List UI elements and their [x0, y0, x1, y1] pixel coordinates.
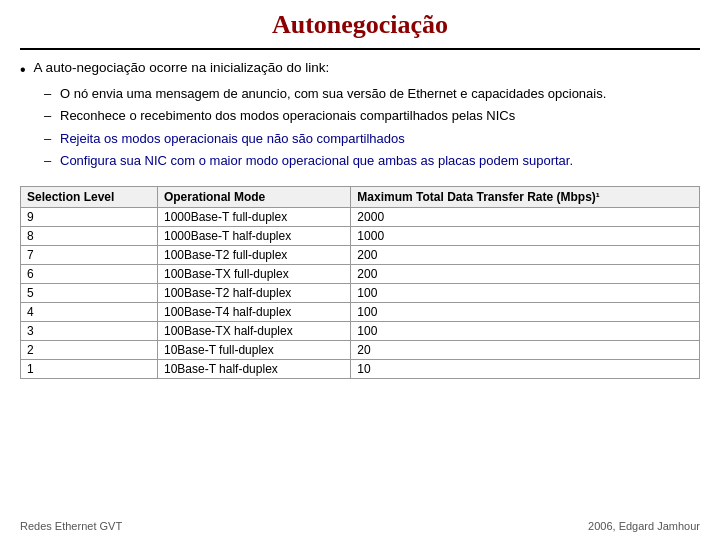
table-cell-7-1: 10Base-T full-duplex — [157, 340, 350, 359]
main-bullet: • A auto-negociação ocorre na inicializa… — [20, 60, 700, 79]
table-cell-6-1: 100Base-TX half-duplex — [157, 321, 350, 340]
sub-bullets: – O nó envia uma mensagem de anuncio, co… — [44, 85, 700, 170]
sub-bullet-1: – O nó envia uma mensagem de anuncio, co… — [44, 85, 700, 103]
divider — [20, 48, 700, 50]
table-cell-4-2: 100 — [351, 283, 700, 302]
table-row: 210Base-T full-duplex20 — [21, 340, 700, 359]
footer-right: 2006, Edgard Jamhour — [588, 520, 700, 532]
footer: Redes Ethernet GVT 2006, Edgard Jamhour — [20, 516, 700, 532]
table-cell-6-0: 3 — [21, 321, 158, 340]
col-header-selection: Selection Level — [21, 186, 158, 207]
table-row: 110Base-T half-duplex10 — [21, 359, 700, 378]
table-cell-7-2: 20 — [351, 340, 700, 359]
table-cell-5-1: 100Base-T4 half-duplex — [157, 302, 350, 321]
dash-4: – — [44, 152, 54, 170]
table-row: 81000Base-T half-duplex1000 — [21, 226, 700, 245]
table-row: 91000Base-T full-duplex2000 — [21, 207, 700, 226]
table-cell-5-2: 100 — [351, 302, 700, 321]
bullet-section: • A auto-negociação ocorre na inicializa… — [20, 60, 700, 174]
table-cell-0-1: 1000Base-T full-duplex — [157, 207, 350, 226]
sub-bullet-text-1: O nó envia uma mensagem de anuncio, com … — [60, 85, 606, 103]
col-header-rate: Maximum Total Data Transfer Rate (Mbps)¹ — [351, 186, 700, 207]
table-cell-4-1: 100Base-T2 half-duplex — [157, 283, 350, 302]
table-cell-1-1: 1000Base-T half-duplex — [157, 226, 350, 245]
table-cell-0-0: 9 — [21, 207, 158, 226]
table-row: 3100Base-TX half-duplex100 — [21, 321, 700, 340]
table-header-row: Selection Level Operational Mode Maximum… — [21, 186, 700, 207]
table-cell-3-0: 6 — [21, 264, 158, 283]
footer-left: Redes Ethernet GVT — [20, 520, 122, 532]
sub-bullet-text-3: Rejeita os modos operacionais que não sã… — [60, 130, 405, 148]
table-cell-1-0: 8 — [21, 226, 158, 245]
dash-3: – — [44, 130, 54, 148]
table-cell-2-0: 7 — [21, 245, 158, 264]
sub-bullet-4: – Configura sua NIC com o maior modo ope… — [44, 152, 700, 170]
table-row: 4100Base-T4 half-duplex100 — [21, 302, 700, 321]
table-cell-6-2: 100 — [351, 321, 700, 340]
table-cell-2-1: 100Base-T2 full-duplex — [157, 245, 350, 264]
sub-bullet-text-4: Configura sua NIC com o maior modo opera… — [60, 152, 573, 170]
table-cell-8-0: 1 — [21, 359, 158, 378]
table-row: 5100Base-T2 half-duplex100 — [21, 283, 700, 302]
table-cell-3-1: 100Base-TX full-duplex — [157, 264, 350, 283]
sub-bullet-3: – Rejeita os modos operacionais que não … — [44, 130, 700, 148]
page-title: Autonegociação — [20, 10, 700, 40]
dash-1: – — [44, 85, 54, 103]
table-cell-7-0: 2 — [21, 340, 158, 359]
sub-bullet-2: – Reconhece o recebimento dos modos oper… — [44, 107, 700, 125]
table-cell-8-2: 10 — [351, 359, 700, 378]
page: Autonegociação • A auto-negociação ocorr… — [0, 0, 720, 540]
bullet-dot: • — [20, 60, 26, 79]
col-header-mode: Operational Mode — [157, 186, 350, 207]
table-cell-1-2: 1000 — [351, 226, 700, 245]
table-cell-4-0: 5 — [21, 283, 158, 302]
table-cell-2-2: 200 — [351, 245, 700, 264]
table-row: 7100Base-T2 full-duplex200 — [21, 245, 700, 264]
dash-2: – — [44, 107, 54, 125]
table-cell-8-1: 10Base-T half-duplex — [157, 359, 350, 378]
table-cell-3-2: 200 — [351, 264, 700, 283]
data-table: Selection Level Operational Mode Maximum… — [20, 186, 700, 379]
table-cell-5-0: 4 — [21, 302, 158, 321]
table-cell-0-2: 2000 — [351, 207, 700, 226]
main-bullet-text: A auto-negociação ocorre na inicializaçã… — [34, 60, 330, 75]
sub-bullet-text-2: Reconhece o recebimento dos modos operac… — [60, 107, 515, 125]
table-row: 6100Base-TX full-duplex200 — [21, 264, 700, 283]
